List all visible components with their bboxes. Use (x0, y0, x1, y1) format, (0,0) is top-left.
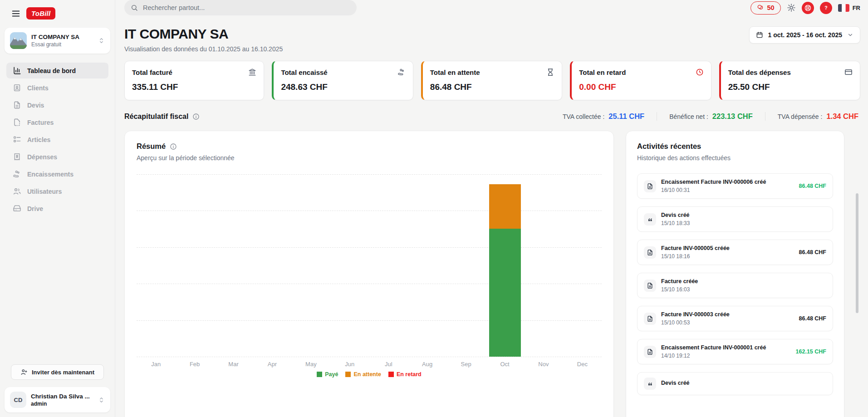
fiscal-item: TVA collectée : 25.11 CHF (550, 112, 657, 121)
activity-time: 15/10 18:33 (661, 220, 826, 226)
support-button[interactable] (802, 2, 814, 14)
legend-label: En retard (397, 371, 422, 378)
stat-card: Total en retard 0.00 CHF (570, 61, 711, 100)
activity-title: Facture créée (661, 278, 826, 285)
credits-count: 50 (767, 4, 775, 11)
app-root: ToBill IT COMPANY SA Essai gratuit Table… (0, 0, 868, 417)
sidebar-footer: Inviter dès maintenant CD Christian Da S… (0, 364, 115, 417)
chart-category-feb (175, 174, 214, 357)
sidebar-item-label: Drive (27, 205, 43, 212)
hand-coins-icon (397, 68, 406, 76)
search-bar (124, 0, 357, 15)
sidebar-item-clients[interactable]: Clients (6, 80, 108, 96)
file-icon (647, 315, 653, 322)
chart-category-apr (253, 174, 291, 357)
question-icon: ? (822, 4, 830, 12)
x-tick: Dec (563, 361, 602, 368)
credit-card-icon (844, 68, 853, 76)
menu-icon[interactable] (11, 9, 21, 19)
sidebar-item-label: Encaissements (27, 171, 74, 178)
list-item[interactable]: Devis créé 15/10 18:33 (637, 206, 833, 232)
sidebar-item-drive[interactable]: Drive (6, 201, 108, 216)
x-tick: Jan (137, 361, 175, 368)
file-icon (647, 348, 653, 355)
x-tick: Apr (253, 361, 291, 368)
chevron-down-icon (847, 32, 853, 38)
legend-swatch (388, 372, 394, 377)
activity-time: 15/10 18:16 (661, 253, 794, 260)
activity-amount: 86.48 CHF (799, 183, 826, 189)
sidebar-item-devis[interactable]: Devis (6, 97, 108, 113)
hand-coins-icon (13, 170, 21, 178)
invite-button[interactable]: Inviter dès maintenant (11, 364, 104, 380)
sidebar-item-factures[interactable]: Factures (6, 114, 108, 130)
list-item[interactable]: Encaissement Facture INV-000006 créé 16/… (637, 173, 833, 199)
list-item[interactable]: Facture créée 15/10 16:03 (637, 273, 833, 298)
user-menu[interactable]: CD Christian Da Silva ... admin (5, 387, 110, 412)
sidebar-item-tableau-de-bord[interactable]: Tableau de bord (6, 63, 108, 78)
users-icon (13, 187, 21, 196)
chart-category-jan (137, 174, 175, 357)
svg-text:?: ? (824, 5, 827, 10)
activity-time: 15/10 16:03 (661, 286, 826, 293)
x-tick: Aug (408, 361, 446, 368)
sidebar-item-label: Tableau de bord (27, 67, 76, 74)
sidebar-item-articles[interactable]: Articles (6, 132, 108, 147)
chart-category-may (292, 174, 330, 357)
stat-label: Total en retard (579, 69, 626, 76)
stat-cards-row: Total facturé 335.11 CHF Total encaissé … (124, 61, 860, 100)
list-item[interactable]: Encaissement Facture INV-000001 créé 14/… (637, 339, 833, 364)
topbar: 50 ? FR (115, 0, 868, 15)
legend-item: En retard (388, 371, 422, 378)
info-icon[interactable] (170, 143, 177, 150)
clock-icon (696, 68, 704, 76)
credits-pill[interactable]: 50 (750, 1, 781, 15)
dashboard-icon (13, 66, 21, 75)
fiscal-value: 223.13 CHF (712, 112, 753, 121)
date-range-picker[interactable]: 1 oct. 2025 - 16 oct. 2025 (749, 26, 860, 44)
chart-category-aug (408, 174, 446, 357)
drive-icon (13, 204, 21, 213)
legend-label: Payé (325, 371, 338, 378)
stat-card: Total en attente 86.48 CHF (421, 61, 562, 100)
france-flag-icon (838, 4, 849, 12)
search-input[interactable] (143, 4, 350, 11)
stat-value: 86.48 CHF (430, 82, 554, 92)
chart-category-oct (485, 174, 524, 357)
fiscal-item: TVA dépensée : 1.34 CHF (765, 112, 860, 121)
page-title: IT COMPANY SA (124, 26, 283, 42)
info-icon[interactable] (192, 113, 200, 120)
search-icon (131, 4, 138, 11)
activity-title: Devis créé (661, 212, 826, 218)
chart-legend: PayéEn attenteEn retard (137, 371, 602, 378)
activities-title: Activités récentes (637, 142, 833, 151)
chart-category-dec (563, 174, 602, 357)
sidebar-item-encaissements[interactable]: Encaissements (6, 166, 108, 182)
help-button[interactable]: ? (820, 2, 832, 14)
x-tick: Jul (369, 361, 408, 368)
activity-title: Encaissement Facture INV-000001 créé (661, 344, 791, 351)
list-item[interactable]: Facture INV-000003 créée 15/10 00:53 86.… (637, 306, 833, 331)
summary-subtitle: Aperçu sur la période sélectionnée (137, 154, 602, 162)
stacked-bar-oct[interactable] (489, 184, 521, 357)
expenses-icon (13, 152, 21, 161)
sidebar: ToBill IT COMPANY SA Essai gratuit Table… (0, 0, 115, 417)
language-switcher[interactable]: FR (838, 4, 860, 12)
sidebar-item-d-penses[interactable]: Dépenses (6, 149, 108, 165)
fiscal-label: TVA dépensée : (778, 113, 823, 120)
stat-value: 25.50 CHF (728, 82, 853, 92)
gear-icon[interactable] (787, 3, 796, 12)
fiscal-label: Bénéfice net : (669, 113, 708, 120)
avatar: CD (10, 392, 26, 408)
list-item[interactable]: Facture INV-000005 créée 15/10 18:16 86.… (637, 240, 833, 265)
topbar-actions: 50 ? FR (750, 1, 860, 15)
clients-icon (13, 83, 21, 92)
summary-title-wrap: Résumé (137, 142, 602, 151)
scrollbar-thumb[interactable] (856, 193, 858, 313)
sidebar-item-utilisateurs[interactable]: Utilisateurs (6, 183, 108, 199)
list-item[interactable]: Devis créé (637, 372, 833, 395)
stat-card: Total facturé 335.11 CHF (124, 61, 264, 100)
bar-segment-en-attente (489, 184, 521, 229)
company-selector[interactable]: IT COMPANY SA Essai gratuit (5, 28, 110, 54)
quote-icon (647, 216, 653, 223)
